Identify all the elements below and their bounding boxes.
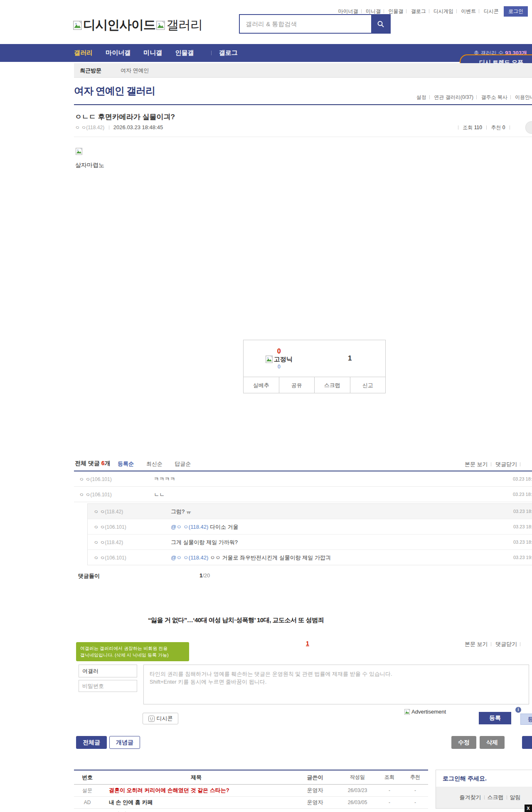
upvote-block[interactable]: 0 고정닉 0: [244, 340, 315, 377]
divider: [406, 9, 406, 13]
scrap-link[interactable]: 스크랩: [488, 794, 504, 801]
broken-image-icon: [73, 21, 82, 30]
info-icon[interactable]: i: [515, 707, 521, 713]
nav-item-gallery[interactable]: 갤러리: [74, 49, 93, 56]
recent-visit-label[interactable]: 최근방문: [80, 67, 101, 74]
nav-item-minor-gall[interactable]: 마이너갤: [106, 49, 131, 56]
header-no: 번호: [74, 774, 101, 781]
sort-registered-tab[interactable]: 등록순: [118, 461, 134, 467]
advertisement-alt-text: Advertisement: [411, 709, 446, 715]
all-posts-button[interactable]: 전체글: [76, 736, 107, 749]
comment-pagination-page-1[interactable]: 1: [306, 640, 309, 647]
edit-button[interactable]: 수정: [451, 736, 476, 749]
ad-close-button[interactable]: X: [525, 805, 532, 812]
comment-author-ip: (118.42): [105, 540, 123, 545]
gallery-tools: 설정 연관 갤러리(0/37) 갤주소 복사 이용안내: [416, 94, 532, 101]
comment-author[interactable]: ㅇ ㅇ: [94, 555, 105, 561]
dccon-button[interactable]: 디시콘: [143, 713, 178, 724]
row-writer[interactable]: 운영자: [292, 799, 338, 806]
row-upvotes: -: [402, 800, 428, 805]
password-input[interactable]: [79, 680, 137, 692]
comment-author[interactable]: ㅇ ㅇ: [94, 524, 105, 530]
fixed-nick-label: 고정닉: [274, 356, 293, 363]
news-headline[interactable]: “잃을 거 없다”…‘40대 여성 납치·성폭행’ 10대, 교도소서 또 성범…: [148, 616, 324, 624]
scrap-button[interactable]: 스크랩: [314, 377, 350, 393]
row-date: 26/03/05: [338, 800, 377, 805]
delete-button[interactable]: 삭제: [480, 736, 505, 749]
comment-textarea[interactable]: 타인의 권리를 침해하거나 명예를 훼손하는 댓글은 운영원칙 및 관련 법률에…: [143, 665, 529, 704]
share-button[interactable]: 공유: [279, 377, 315, 393]
util-link-dcgame[interactable]: 디시게임: [433, 8, 453, 14]
comment-author[interactable]: ㅇ ㅇ: [94, 509, 105, 515]
guide-link[interactable]: 이용안내: [515, 94, 532, 100]
post-image-broken[interactable]: [76, 148, 83, 157]
broken-image-icon: [76, 148, 83, 155]
comment-page-indicator: 1/20: [200, 572, 210, 579]
comment-author[interactable]: ㅇ ㅇ: [94, 540, 105, 545]
sort-reply-tab[interactable]: 답글순: [175, 461, 191, 467]
comment-author-ip: (106.101): [90, 492, 111, 498]
nav-item-person-gall[interactable]: 인물갤: [175, 49, 194, 56]
broken-image-icon: [156, 21, 165, 30]
search-input[interactable]: [240, 15, 371, 33]
post-author[interactable]: ㅇ ㅇ: [75, 125, 86, 130]
close-comments-link[interactable]: 댓글닫기: [495, 461, 517, 467]
comment-author[interactable]: ㅇ ㅇ: [79, 476, 90, 482]
related-gallery-link[interactable]: 연관 갤러리(0/37): [434, 94, 473, 100]
favorite-link[interactable]: 즐겨찾기: [460, 794, 481, 801]
view-post-link[interactable]: 본문 보기: [465, 641, 488, 647]
comment-author-ip: (106.101): [90, 476, 111, 482]
report-button[interactable]: 신고: [350, 377, 386, 393]
nickname-input[interactable]: [79, 665, 137, 677]
downvote-number: 1: [348, 354, 352, 363]
comment-submit-button[interactable]: 등록: [479, 712, 511, 724]
mention-link[interactable]: @ㅇ ㅇ(118.42): [171, 554, 208, 561]
util-link-minor-gall[interactable]: 마이너갤: [338, 8, 358, 14]
site-logo[interactable]: 디시인사이드 갤러리: [73, 17, 202, 34]
breadcrumb-current-gallery[interactable]: 여자 연예인: [121, 67, 149, 74]
advertisement-broken-image[interactable]: Advertisement: [404, 709, 446, 715]
comment-submit-side-button[interactable]: 등록: [520, 714, 532, 725]
post-stats: 조회 110 추천 0: [455, 124, 513, 131]
header-writer: 글쓴이: [292, 774, 338, 781]
row-views: -: [377, 787, 402, 793]
divider: [520, 642, 520, 646]
close-comments-link[interactable]: 댓글닫기: [495, 641, 517, 647]
row-title-link[interactable]: 내 손 안에 홈 카페: [101, 799, 292, 806]
downvote-block[interactable]: 1: [315, 340, 386, 377]
row-title-link[interactable]: 결혼이 오히려 커리어에 손해였던 것 같은 스타는?: [101, 787, 292, 794]
comment-bot-label[interactable]: 댓글돌이: [78, 572, 100, 580]
nav-item-gallog[interactable]: 갤로그: [219, 49, 238, 56]
view-post-link[interactable]: 본문 보기: [465, 461, 488, 467]
nav-item-mini-gall[interactable]: 미니갤: [143, 49, 162, 56]
comment-row-reply: ㅇ ㅇ(106.101) @ㅇ ㅇ(118.42) 다이소 거울 03.23 1…: [88, 519, 532, 535]
divider: [486, 125, 487, 130]
comment-count-bubble[interactable]: [525, 121, 532, 134]
row-writer[interactable]: 운영자: [292, 787, 338, 794]
util-link-person-gall[interactable]: 인물갤: [388, 8, 403, 14]
comment-row-reply: ㅇ ㅇ(118.42) 그럼? ㅠ 03.23 18:5: [88, 504, 532, 519]
alert-link[interactable]: 알림: [510, 794, 521, 801]
comment-row: ㅇ ㅇ(106.101) ㅋㅋㅋㅋ 03.23 18:4: [74, 471, 532, 487]
divider: [491, 462, 491, 466]
silbechu-button[interactable]: 실베추: [244, 377, 279, 393]
util-link-event[interactable]: 이벤트: [461, 8, 476, 14]
gallery-settings-link[interactable]: 설정: [416, 94, 426, 100]
views-count: 110: [474, 125, 482, 130]
post-list-table: 번호 제목 글쓴이 작성일 조회 추천 설문 결혼이 오히려 커리어에 손해였던…: [74, 770, 428, 812]
upvote-count: 0: [502, 125, 505, 130]
divider: [491, 642, 491, 646]
util-link-gallog[interactable]: 갤로그: [411, 8, 426, 14]
comment-text: ㅇㅇ 거울로 좌우반전시킨게 실물이랑 제일 가깝긔: [208, 554, 331, 561]
util-link-dccon[interactable]: 디시콘: [484, 8, 499, 14]
mention-link[interactable]: @ㅇ ㅇ(118.42): [171, 524, 208, 530]
comment-author[interactable]: ㅇ ㅇ: [79, 492, 90, 498]
copy-url-link[interactable]: 갤주소 복사: [481, 94, 507, 100]
page-title[interactable]: 여자 연예인 갤러리: [74, 84, 155, 98]
write-button-partial[interactable]: [522, 736, 532, 749]
search-button[interactable]: [371, 15, 390, 33]
concept-posts-button[interactable]: 개념글: [109, 736, 140, 749]
sort-newest-tab[interactable]: 최신순: [146, 461, 163, 467]
login-button[interactable]: 로그인: [504, 6, 528, 17]
util-link-mini-gall[interactable]: 미니갤: [366, 8, 381, 14]
